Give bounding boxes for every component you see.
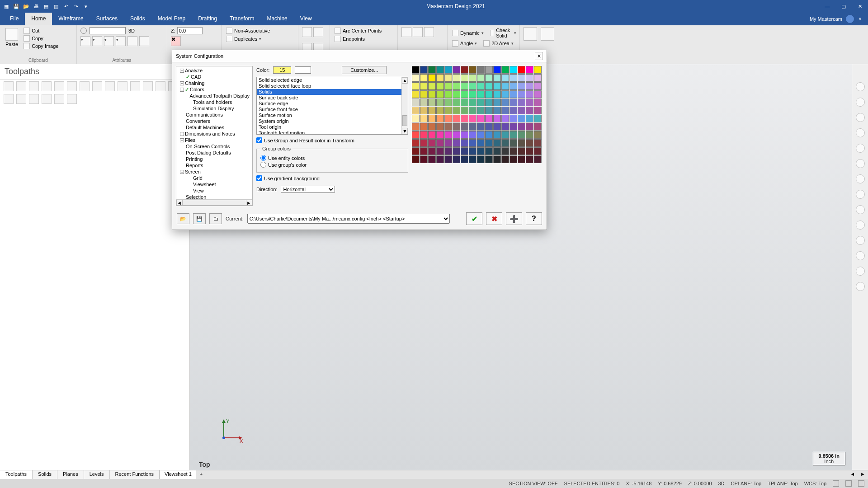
arc-center-points-button[interactable]: Arc Center Points <box>334 27 382 34</box>
palette-swatch[interactable] <box>420 155 428 163</box>
palette-swatch[interactable] <box>420 123 428 131</box>
palette-swatch[interactable] <box>436 66 444 74</box>
palette-swatch[interactable] <box>509 115 517 122</box>
tree-node[interactable]: +Files <box>178 137 250 143</box>
qat-new-icon[interactable]: ▦ <box>3 3 10 10</box>
status-wcs[interactable]: WCS: Top <box>804 481 826 486</box>
tree-node[interactable]: View <box>178 188 250 194</box>
palette-swatch[interactable] <box>412 74 420 82</box>
palette-swatch[interactable] <box>534 123 542 131</box>
tp-btn[interactable] <box>4 94 14 104</box>
palette-swatch[interactable] <box>453 115 460 122</box>
list-item[interactable]: Surface back side <box>257 95 408 101</box>
tree-node[interactable]: Converters <box>178 118 250 124</box>
cancel-button[interactable]: ✖ <box>486 212 502 225</box>
palette-swatch[interactable] <box>453 107 460 114</box>
palette-swatch[interactable] <box>509 131 517 139</box>
palette-swatch[interactable] <box>469 139 476 147</box>
palette-swatch[interactable] <box>412 131 420 139</box>
palette-swatch[interactable] <box>526 90 533 98</box>
non-associative-button[interactable]: Non-Associative <box>225 27 271 34</box>
tab-wireframe[interactable]: Wireframe <box>52 13 90 25</box>
palette-swatch[interactable] <box>526 147 533 155</box>
palette-swatch[interactable] <box>461 107 468 114</box>
palette-swatch[interactable] <box>493 155 501 163</box>
palette-swatch[interactable] <box>493 66 501 74</box>
tree-node[interactable]: +Dimensions and Notes <box>178 131 250 137</box>
use-gradient-checkbox[interactable]: Use gradient background <box>256 175 408 181</box>
duplicates-button[interactable]: Duplicates <box>225 35 262 42</box>
tp-btn[interactable] <box>42 94 52 104</box>
palette-swatch[interactable] <box>509 99 517 106</box>
status-icon[interactable] <box>833 480 839 487</box>
palette-swatch[interactable] <box>412 107 420 114</box>
threeD-toggle[interactable]: 3D <box>128 28 135 33</box>
palette-swatch[interactable] <box>526 123 533 131</box>
palette-swatch[interactable] <box>501 90 509 98</box>
use-entity-colors-radio[interactable]: Use entity colors <box>260 155 404 161</box>
help-button[interactable]: ? <box>526 212 542 225</box>
palette-swatch[interactable] <box>420 107 428 114</box>
user-icon[interactable] <box>846 15 854 23</box>
tab-surfaces[interactable]: Surfaces <box>90 13 124 25</box>
dynamic-button[interactable]: Dynamic <box>451 27 485 39</box>
palette-swatch[interactable] <box>420 131 428 139</box>
palette-swatch[interactable] <box>534 82 542 90</box>
line-style-dropdown[interactable] <box>90 27 126 34</box>
palette-swatch[interactable] <box>412 66 420 74</box>
palette-swatch[interactable] <box>526 74 533 82</box>
addin-btn-2[interactable] <box>541 27 554 41</box>
list-item[interactable]: System origin <box>257 118 408 124</box>
delete-entities-icon[interactable]: ✖ <box>171 36 181 46</box>
palette-swatch[interactable] <box>436 115 444 122</box>
palette-swatch[interactable] <box>501 155 509 163</box>
use-gradient-input[interactable] <box>256 175 262 181</box>
tp-btn[interactable] <box>29 81 39 91</box>
bottom-tab-planes[interactable]: Planes <box>57 470 84 479</box>
attr-btn-2[interactable] <box>92 36 102 46</box>
analyze-btn-2[interactable] <box>413 27 423 37</box>
rail-btn[interactable] <box>856 113 865 122</box>
color-number-input[interactable] <box>273 66 291 74</box>
palette-swatch[interactable] <box>509 147 517 155</box>
palette-swatch[interactable] <box>444 123 452 131</box>
palette-swatch[interactable] <box>453 131 460 139</box>
palette-swatch[interactable] <box>518 99 525 106</box>
palette-swatch[interactable] <box>412 123 420 131</box>
palette-swatch[interactable] <box>509 139 517 147</box>
check-solid-button[interactable]: Check Solid <box>489 27 517 39</box>
tree-node[interactable]: Reports <box>178 162 250 169</box>
use-group-result-checkbox[interactable]: Use Group and Result color in Transform <box>256 137 408 143</box>
palette-swatch[interactable] <box>428 74 436 82</box>
palette-swatch[interactable] <box>493 99 501 106</box>
tab-machine[interactable]: Machine <box>260 13 293 25</box>
analyze-btn-1[interactable] <box>401 27 411 37</box>
qat-open-icon[interactable]: 📂 <box>23 3 30 10</box>
area-button[interactable]: 2D Area <box>482 40 514 47</box>
palette-swatch[interactable] <box>420 74 428 82</box>
window-minimize-icon[interactable]: — <box>822 4 833 9</box>
attr-btn-6[interactable] <box>139 36 149 46</box>
tab-home[interactable]: Home <box>25 13 52 25</box>
list-item[interactable]: Solid selected edge <box>257 77 408 83</box>
palette-swatch[interactable] <box>469 90 476 98</box>
palette-swatch[interactable] <box>420 115 428 122</box>
palette-swatch[interactable] <box>469 99 476 106</box>
palette-swatch[interactable] <box>526 82 533 90</box>
tab-file[interactable]: File <box>4 13 25 25</box>
tp-btn[interactable] <box>143 81 153 91</box>
palette-swatch[interactable] <box>469 147 476 155</box>
palette-swatch[interactable] <box>485 115 493 122</box>
palette-swatch[interactable] <box>526 115 533 122</box>
palette-swatch[interactable] <box>412 82 420 90</box>
palette-swatch[interactable] <box>436 74 444 82</box>
palette-swatch[interactable] <box>428 99 436 106</box>
palette-swatch[interactable] <box>493 147 501 155</box>
status-section[interactable]: SECTION VIEW: OFF <box>509 481 558 486</box>
palette-swatch[interactable] <box>412 155 420 163</box>
palette-swatch[interactable] <box>501 123 509 131</box>
palette-swatch[interactable] <box>453 82 460 90</box>
palette-swatch[interactable] <box>534 131 542 139</box>
tab-transform[interactable]: Transform <box>223 13 260 25</box>
tree-node[interactable]: Simulation Display <box>178 105 250 112</box>
